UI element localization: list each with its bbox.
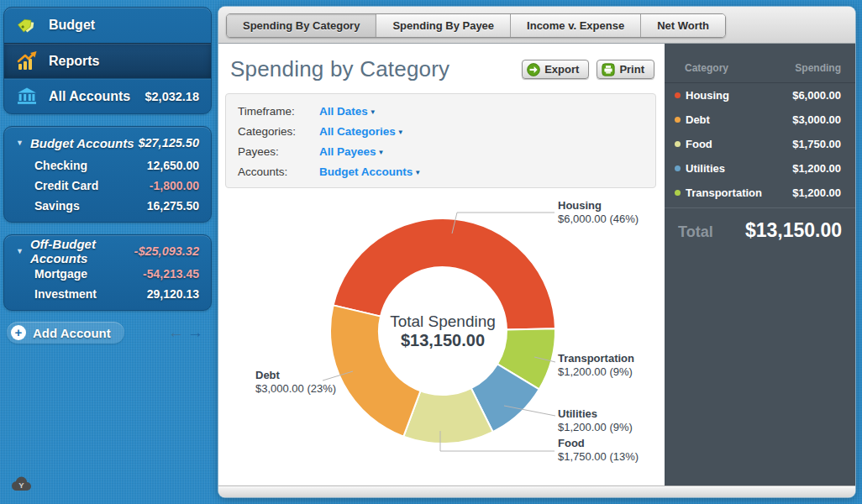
sidebar-item-reports[interactable]: Reports <box>4 43 211 78</box>
total-value: $13,150.00 <box>745 219 842 242</box>
tab-spending-by-category[interactable]: Spending By Category <box>227 14 376 37</box>
main-window: Spending By Category Spending By Payee I… <box>218 7 855 497</box>
summary-total-row: Total $13,150.00 <box>665 207 855 242</box>
account-name: Checking <box>34 159 147 172</box>
filter-payees: Payees: All Payees▼ <box>238 141 655 161</box>
timeframe-dropdown[interactable]: All Dates▼ <box>319 105 376 118</box>
filter-label: Payees: <box>238 145 319 158</box>
filter-label: Accounts: <box>238 165 319 178</box>
account-balance: 12,650.00 <box>147 159 199 172</box>
expand-right-arrow-icon[interactable]: → <box>187 323 203 342</box>
category-color-dot <box>675 165 681 171</box>
tags-icon <box>16 14 38 36</box>
table-row-food[interactable]: Food $1,750.00 <box>665 132 855 156</box>
filter-accounts: Accounts: Budget Accounts▼ <box>238 161 655 181</box>
table-row-debt[interactable]: Debt $3,000.00 <box>665 108 855 132</box>
account-balance: 29,120.13 <box>147 287 199 301</box>
category-spending: $6,000.00 <box>792 89 841 102</box>
tab-spending-by-payee[interactable]: Spending By Payee <box>376 14 510 37</box>
main-nav-panel: Budget Reports <box>3 7 212 114</box>
chevron-down-icon: ▼ <box>370 108 376 116</box>
slice-label-housing: Housing$6,000.00 (46%) <box>558 199 639 225</box>
category-name: Food <box>686 138 712 150</box>
printer-icon <box>602 63 615 76</box>
print-label: Print <box>619 63 644 76</box>
sidebar-item-all-accounts[interactable]: All Accounts $2,032.18 <box>4 78 211 113</box>
budget-app: Budget Reports <box>0 0 862 504</box>
print-button[interactable]: Print <box>597 60 654 79</box>
account-name: Mortgage <box>34 267 143 281</box>
slice-label-debt: Debt$3,000.00 (23%) <box>255 369 336 395</box>
filter-label: Categories: <box>238 125 319 138</box>
category-spending: $1,750.00 <box>792 138 841 150</box>
collapse-caret-icon[interactable]: ▼ <box>16 247 24 255</box>
svg-text:Y: Y <box>18 480 24 490</box>
table-row-utilities[interactable]: Utilities $1,200.00 <box>665 156 855 181</box>
account-row-checking[interactable]: Checking 12,650.00 <box>4 155 211 176</box>
collapse-caret-icon[interactable]: ▼ <box>16 139 24 147</box>
category-summary-panel: Category Spending Housing $6,000.00 Debt… <box>665 44 855 486</box>
categories-dropdown[interactable]: All Categories▼ <box>319 125 404 138</box>
total-label: Total <box>678 223 713 241</box>
category-column-header: Category <box>685 62 728 74</box>
report-actions: Export Print <box>522 60 654 79</box>
sidebar-footer: + Add Account ← → <box>3 322 212 344</box>
group-title: Budget Accounts <box>30 136 139 150</box>
category-color-dot <box>675 190 681 196</box>
sidebar-item-label: Budget <box>49 18 199 33</box>
filter-categories: Categories: All Categories▼ <box>238 121 655 141</box>
status-bar <box>218 486 855 497</box>
chevron-down-icon: ▼ <box>378 149 385 156</box>
table-row-housing[interactable]: Housing $6,000.00 <box>665 83 855 108</box>
collapse-left-arrow-icon[interactable]: ← <box>168 323 184 342</box>
tab-income-v-expense[interactable]: Income v. Expense <box>510 14 640 37</box>
accounts-dropdown[interactable]: Budget Accounts▼ <box>319 165 421 178</box>
bank-icon <box>16 86 38 108</box>
category-color-dot <box>675 92 681 98</box>
add-account-button[interactable]: + Add Account <box>7 322 124 344</box>
budget-accounts-panel: ▼ Budget Accounts $27,125.50 Checking 12… <box>3 126 212 223</box>
sidebar-item-budget[interactable]: Budget <box>4 8 211 43</box>
report-tabstrip: Spending By Category Spending By Payee I… <box>218 7 855 44</box>
group-total: $27,125.50 <box>138 136 199 150</box>
page-title: Spending by Category <box>230 56 449 82</box>
export-arrow-icon <box>527 63 540 76</box>
category-spending: $3,000.00 <box>792 113 841 126</box>
filter-timeframe: Timeframe: All Dates▼ <box>238 101 655 121</box>
tab-net-worth[interactable]: Net Worth <box>640 14 725 37</box>
report-filters: Timeframe: All Dates▼ Categories: All Ca… <box>225 93 656 188</box>
off-budget-accounts-header[interactable]: ▼ Off-Budget Accounts -$25,093.32 <box>4 239 211 264</box>
table-row-transportation[interactable]: Transportation $1,200.00 <box>665 181 855 205</box>
account-balance: -1,800.00 <box>150 179 199 192</box>
account-balance: -54,213.45 <box>143 267 199 281</box>
account-name: Credit Card <box>34 179 150 192</box>
sidebar: Budget Reports <box>3 7 212 344</box>
account-balance: 16,275.50 <box>147 199 199 213</box>
account-row-savings[interactable]: Savings 16,275.50 <box>4 196 211 216</box>
account-name: Savings <box>34 199 147 213</box>
account-row-investment[interactable]: Investment 29,120.13 <box>4 284 211 304</box>
category-name: Transportation <box>686 186 762 199</box>
slice-label-utilities: Utilities$1,200.00 (9%) <box>558 407 633 433</box>
export-button[interactable]: Export <box>522 60 589 79</box>
add-account-label: Add Account <box>33 326 111 340</box>
category-color-dot <box>675 141 681 147</box>
export-label: Export <box>544 63 579 76</box>
sidebar-resize-arrows: ← → <box>168 323 203 342</box>
budget-accounts-header[interactable]: ▼ Budget Accounts $27,125.50 <box>4 130 211 155</box>
off-budget-accounts-panel: ▼ Off-Budget Accounts -$25,093.32 Mortga… <box>3 234 212 311</box>
account-row-mortgage[interactable]: Mortgage -54,213.45 <box>4 264 211 284</box>
chevron-down-icon: ▼ <box>414 169 421 176</box>
report-header: Spending by Category Export <box>230 56 654 82</box>
payees-dropdown[interactable]: All Payees▼ <box>319 145 384 158</box>
sidebar-item-label: Reports <box>49 54 199 69</box>
report-content: Spending by Category Export <box>218 44 665 486</box>
summary-table-rows: Housing $6,000.00 Debt $3,000.00 Food $1… <box>665 83 855 208</box>
category-spending: $1,200.00 <box>792 162 841 175</box>
slice-label-food: Food$1,750.00 (13%) <box>558 437 639 463</box>
total-spending-label: Total Spending <box>390 312 496 331</box>
account-row-credit-card[interactable]: Credit Card -1,800.00 <box>4 176 211 196</box>
summary-table-header: Category Spending <box>665 62 855 83</box>
total-spending-value: $13,150.00 <box>390 331 496 350</box>
cloud-sync-icon[interactable]: Y <box>10 475 33 495</box>
